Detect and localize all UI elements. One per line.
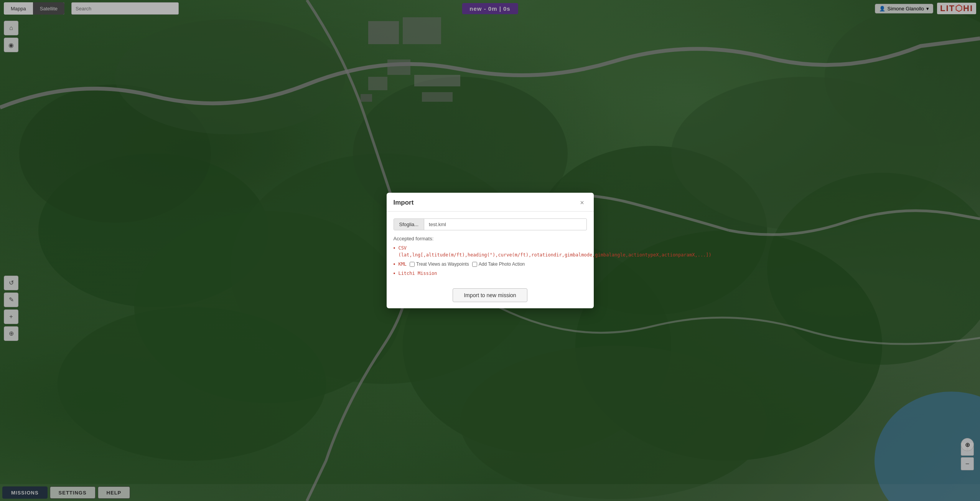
- modal-body: Sfoglia... test.kml Accepted formats: • …: [387, 212, 594, 284]
- kml-bullet: •: [394, 261, 395, 267]
- accepted-formats-label: Accepted formats:: [394, 236, 587, 241]
- modal-footer: Import to new mission: [387, 284, 594, 308]
- modal-title: Import: [394, 199, 414, 207]
- csv-format-item: • CSV (lat,lng[,altitude(m/ft),heading(°…: [394, 245, 587, 258]
- browse-btn[interactable]: Sfoglia...: [394, 219, 425, 230]
- modal-header: Import ×: [387, 193, 594, 212]
- add-photo-text: Add Take Photo Action: [479, 261, 525, 268]
- litchi-bullet: •: [394, 270, 395, 276]
- litchi-format-item: • Litchi Mission: [394, 270, 587, 277]
- kml-format-row: KML Treat Views as Waypoints Add Take Ph…: [398, 261, 525, 268]
- modal-overlay: Import × Sfoglia... test.kml Accepted fo…: [0, 0, 980, 501]
- add-photo-checkbox[interactable]: [472, 262, 477, 267]
- csv-format-text: CSV (lat,lng[,altitude(m/ft),heading(°),…: [398, 245, 711, 258]
- kml-label: KML: [398, 261, 407, 268]
- import-modal: Import × Sfoglia... test.kml Accepted fo…: [387, 193, 594, 308]
- modal-close-btn[interactable]: ×: [578, 198, 587, 207]
- treat-views-text: Treat Views as Waypoints: [416, 261, 469, 268]
- treat-views-checkbox[interactable]: [410, 262, 415, 267]
- add-photo-label: Add Take Photo Action: [472, 261, 525, 268]
- import-to-new-mission-btn[interactable]: Import to new mission: [453, 288, 527, 302]
- kml-format-item: • KML Treat Views as Waypoints Add Take …: [394, 261, 587, 268]
- litchi-format-text: Litchi Mission: [398, 270, 437, 277]
- file-input-row: Sfoglia... test.kml: [394, 218, 587, 230]
- csv-bullet: •: [394, 245, 395, 251]
- treat-views-label: Treat Views as Waypoints: [410, 261, 469, 268]
- file-name-display: test.kml: [424, 219, 586, 230]
